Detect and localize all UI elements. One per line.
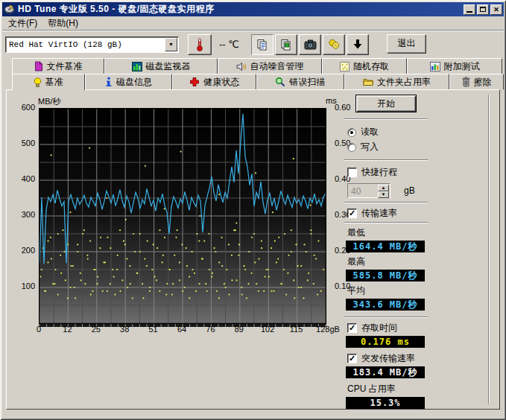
x-axis-tick: 25 (80, 325, 113, 334)
close-icon: ✕ (493, 6, 499, 13)
trash-icon (462, 77, 470, 87)
window-title: HD Tune 专业版 5.50 - 硬盘/固态硬盘实用程序 (18, 3, 462, 16)
tab-aam[interactable]: 自动噪音管理 (218, 58, 322, 74)
exit-button[interactable]: 退出 (387, 34, 426, 54)
x-axis-tick: 115 (280, 325, 313, 334)
minimize-icon (467, 11, 472, 13)
tab-label: 擦除 (474, 76, 492, 89)
maximize-button[interactable] (477, 4, 489, 15)
close-button[interactable]: ✕ (490, 4, 502, 15)
title-bar: HD Tune 专业版 5.50 - 硬盘/固态硬盘实用程序 ✕ (2, 2, 504, 16)
tab-label: 文件夹占用率 (377, 76, 431, 89)
tab-label: 错误扫描 (289, 76, 325, 89)
temperature-button[interactable] (188, 34, 212, 55)
copy-text-button[interactable] (251, 34, 273, 55)
spinner-buttons[interactable]: ▲ ▼ (378, 185, 389, 197)
spin-up-icon[interactable]: ▲ (378, 185, 389, 191)
max-readout: 585.8 MB/秒 (346, 270, 425, 281)
panel-divider (488, 95, 490, 404)
burst-rate-readout: 183.4 MB/秒 (346, 366, 425, 378)
save-results-button[interactable] (347, 34, 369, 55)
tab-label: 附加测试 (444, 60, 480, 73)
burst-rate-checkbox[interactable]: ✓ 突发传输速率 (341, 352, 431, 365)
tab-label: 磁盘监视器 (146, 60, 191, 73)
health-cross-icon (189, 77, 200, 87)
short-stroke-label: 快捷行程 (361, 166, 397, 179)
tab-erase[interactable]: 擦除 (449, 74, 504, 89)
left-axis-tick: 200 (10, 246, 35, 255)
donate-button[interactable] (323, 34, 345, 55)
min-readout: 164.4 MB/秒 (346, 241, 425, 252)
extra-tests-icon (430, 62, 440, 71)
separator (344, 118, 428, 120)
menu-bar: 文件(F) 帮助(H) (2, 16, 504, 31)
x-axis-tick: 128gB (311, 325, 344, 334)
down-arrow-icon (352, 39, 363, 50)
capacity-unit: gB (404, 185, 415, 196)
write-radio[interactable]: 写入 (341, 141, 431, 153)
separator (344, 159, 428, 161)
tab-benchmark[interactable]: 基准 (12, 74, 85, 90)
minimize-button[interactable] (464, 4, 475, 15)
spin-down-icon[interactable]: ▼ (378, 191, 389, 198)
access-time-checkbox[interactable]: ✓ 存取时间 (341, 322, 431, 334)
tab-label: 自动噪音管理 (250, 60, 304, 73)
copy-image-button[interactable] (275, 34, 297, 55)
random-access-icon (340, 62, 350, 71)
checkbox-checked-icon: ✓ (347, 354, 357, 363)
magnifier-icon (275, 77, 285, 87)
tab-random-access[interactable]: 随机存取 (322, 58, 407, 74)
thermometer-icon (194, 37, 206, 52)
checkbox-checked-icon: ✓ (347, 209, 357, 218)
radio-unselected-icon (347, 143, 356, 152)
left-axis-tick: 400 (10, 174, 35, 183)
menu-file[interactable]: 文件(F) (3, 16, 42, 31)
read-radio[interactable]: 读取 (341, 126, 431, 139)
x-axis-tick: 89 (223, 325, 256, 334)
max-label: 最高 (341, 255, 431, 268)
checkbox-checked-icon: ✓ (347, 323, 357, 333)
drive-select[interactable]: Red Hat VirtIO (128 gB) ▼ (5, 36, 179, 53)
dropdown-arrow-icon[interactable]: ▼ (165, 38, 177, 51)
tab-health[interactable]: 健康状态 (172, 74, 256, 89)
folder-icon (363, 77, 373, 86)
plot-area (39, 108, 326, 328)
avg-label: 平均 (341, 284, 431, 297)
file-benchmark-icon (34, 61, 43, 71)
tab-label: 随机存取 (353, 60, 389, 73)
x-axis-tick: 64 (165, 325, 198, 334)
short-stroke-checkbox[interactable]: 快捷行程 (341, 166, 431, 179)
tab-error-scan[interactable]: 错误扫描 (256, 74, 344, 89)
left-axis-tick: 100 (10, 281, 35, 290)
tab-row-top: 文件基准 磁盘监视器 自动噪音管理 随机存取 附加测试 (2, 58, 504, 74)
tab-folder-usage[interactable]: 文件夹占用率 (344, 74, 450, 89)
tab-disk-monitor[interactable]: 磁盘监视器 (104, 58, 218, 74)
x-axis-tick: 51 (137, 325, 170, 334)
benchmark-page: MB/秒 ms 600500400300200100 0.600.500.400… (6, 89, 500, 410)
hd-tune-window: HD Tune 专业版 5.50 - 硬盘/固态硬盘实用程序 ✕ 文件(F) 帮… (0, 0, 506, 420)
temperature-readout: -- ℃ (219, 39, 239, 50)
menu-help[interactable]: 帮助(H) (42, 16, 83, 31)
capacity-value: 40 (348, 184, 377, 197)
x-axis-tick: 12 (51, 325, 83, 334)
capacity-spinner[interactable]: 40 ▲ ▼ (347, 183, 390, 198)
radio-selected-icon (347, 128, 356, 137)
left-axis-tick: 600 (10, 103, 35, 112)
transfer-rate-checkbox[interactable]: ✓ 传输速率 (341, 207, 431, 220)
tab-extra-tests[interactable]: 附加测试 (407, 58, 502, 74)
disk-monitor-icon (132, 62, 142, 71)
camera-icon (304, 39, 317, 50)
tab-disk-info[interactable]: 磁盘信息 (85, 74, 173, 89)
checkbox-unchecked-icon (347, 168, 357, 177)
tab-row-bottom: 基准 磁盘信息 健康状态 错误扫描 文件夹占用率 擦除 (2, 74, 504, 89)
write-radio-label: 写入 (361, 141, 379, 153)
access-time-readout: 0.176 ms (346, 336, 425, 348)
benchmark-controls: 开始 读取 写入 快捷行程 40 ▲ ▼ (341, 93, 431, 409)
screenshot-button[interactable] (299, 34, 321, 55)
x-axis-tick: 102 (251, 325, 284, 334)
tab-label: 基准 (45, 76, 63, 89)
tab-file-benchmark[interactable]: 文件基准 (12, 58, 104, 74)
start-button[interactable]: 开始 (355, 95, 417, 112)
short-stroke-size: 40 ▲ ▼ gB (341, 183, 431, 198)
speaker-icon (236, 62, 247, 71)
